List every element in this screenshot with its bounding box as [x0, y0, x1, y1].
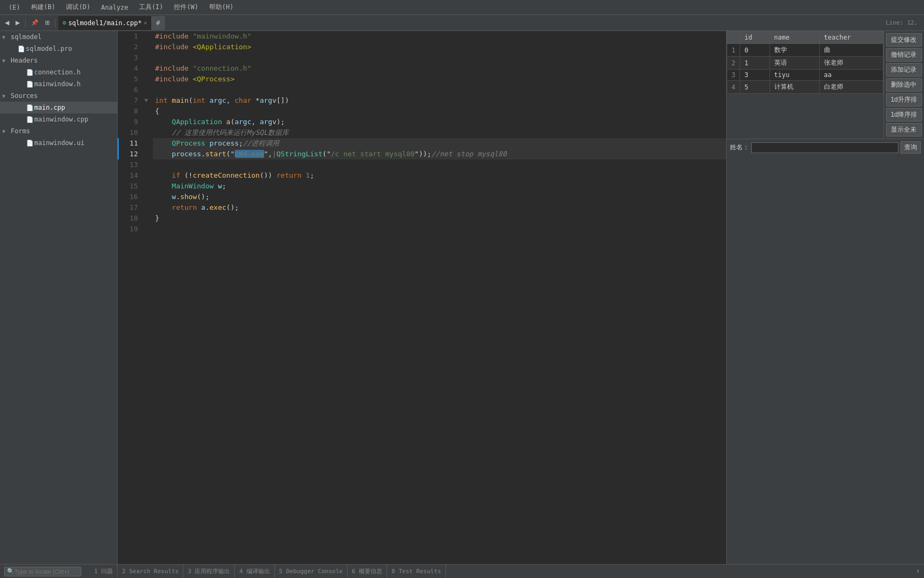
menu-analyze[interactable]: Analyze: [97, 3, 133, 12]
row1-teacher: 曲: [819, 44, 883, 57]
line-arrow-12: [144, 149, 153, 159]
status-tab-summary[interactable]: 6 概要信息: [348, 565, 387, 578]
line-content-2: #include <QApplication>: [153, 42, 726, 52]
row3-name: tiyu: [769, 70, 819, 81]
menu-tools[interactable]: 工具(I): [135, 2, 168, 13]
sidebar-item-mainwindow-cpp[interactable]: 📄 mainwindow.cpp: [0, 113, 117, 125]
search-submit-btn[interactable]: 查询: [900, 141, 921, 154]
toolbar-back[interactable]: ◀: [2, 18, 12, 27]
row3-id: 3: [740, 70, 769, 81]
forms-arrow-icon: ▼: [2, 128, 11, 134]
sidebar-item-sources[interactable]: ▼ Sources: [0, 90, 117, 102]
line-arrow-5: [144, 74, 153, 85]
main-cpp-label: main.cpp: [34, 104, 115, 111]
status-arrow-icon[interactable]: ⬆: [916, 568, 920, 575]
search-bar: 姓名： 查询: [727, 139, 924, 156]
tab-close-btn[interactable]: ✕: [144, 20, 147, 26]
code-content: 1 #include "mainwindow.h" 2 #include <QA…: [118, 31, 726, 234]
line-content-6: [153, 85, 726, 95]
line-arrow-15: [144, 181, 153, 192]
row4-id: 5: [740, 81, 769, 94]
line-num-18: 18: [118, 213, 144, 224]
btn-undo-record[interactable]: 撤销记录: [886, 48, 922, 62]
sidebar-item-project[interactable]: ▼ sqlmodel: [0, 31, 117, 43]
mainwindow-h-label: mainwindow.h: [34, 80, 115, 88]
line-content-5: #include <QProcess>: [153, 74, 726, 85]
code-line-3: 3: [118, 52, 726, 63]
line-arrow-17: [144, 202, 153, 213]
table-row: 1 0 数学 曲: [727, 44, 883, 57]
toolbar-split[interactable]: ⊞: [42, 18, 52, 27]
line-content-13: [153, 159, 726, 170]
sidebar-item-forms[interactable]: ▼ Forms: [0, 125, 117, 137]
sidebar-item-main-cpp[interactable]: 📄 main.cpp: [0, 102, 117, 113]
sidebar-item-headers[interactable]: ▼ Headers: [0, 55, 117, 66]
pro-file-icon: 📄: [17, 45, 26, 52]
headers-label: Headers: [11, 57, 115, 64]
menu-help[interactable]: 帮助(H): [205, 2, 238, 13]
line-arrow-16: [144, 192, 153, 202]
code-line-14: 14 if (!createConnection()) return 1;: [118, 170, 726, 181]
btn-sort-asc[interactable]: 1d升序排: [886, 93, 922, 107]
row3-teacher: aa: [819, 70, 883, 81]
status-tab-problems[interactable]: 1 问题: [90, 565, 118, 578]
row1-name: 数学: [769, 44, 819, 57]
line-num-10: 10: [118, 127, 144, 138]
code-line-17: 17 return a.exec();: [118, 202, 726, 213]
row3-num: 3: [727, 70, 740, 81]
toolbar-forward[interactable]: ▶: [13, 18, 22, 27]
code-editor[interactable]: 1 #include "mainwindow.h" 2 #include <QA…: [118, 31, 726, 564]
status-tab-search[interactable]: 2 Search Results: [118, 565, 183, 578]
line-num-15: 15: [118, 181, 144, 192]
line-content-4: #include "connection.h": [153, 63, 726, 74]
tab-hash[interactable]: #: [152, 16, 165, 30]
line-info: Line: 12,: [886, 19, 922, 26]
line-arrow-11: [144, 138, 153, 149]
menu-controls[interactable]: 控件(W): [170, 2, 203, 13]
menu-build[interactable]: 构建(B): [27, 2, 60, 13]
tab-bar: ⚙ sqlmodel1/main.cpp* ✕ #: [58, 16, 884, 30]
status-tab-tests[interactable]: 8 Test Results: [387, 565, 446, 578]
line-num-7: 7: [118, 95, 144, 106]
sidebar-item-mainwindow-h[interactable]: 📄 mainwindow.h: [0, 78, 117, 90]
btn-sort-desc[interactable]: 1d降序排: [886, 108, 922, 121]
btn-show-all[interactable]: 显示全未: [886, 123, 922, 136]
menu-debug[interactable]: 调试(D): [61, 2, 95, 13]
line-arrow-3: [144, 52, 153, 63]
sidebar-item-pro[interactable]: 📄 sqlmodel.pro: [0, 43, 117, 55]
btn-delete-selected[interactable]: 删除选中: [886, 78, 922, 92]
tab-main-cpp-label: sqlmodel1/main.cpp*: [68, 19, 142, 27]
toolbar-pin[interactable]: 📌: [28, 18, 41, 27]
status-tab-debugger[interactable]: 5 Debugger Console: [275, 565, 348, 578]
line-num-1: 1: [118, 31, 144, 42]
project-label: sqlmodel: [11, 33, 115, 41]
row2-teacher: 张老师: [819, 57, 883, 70]
line-arrow-6: [144, 85, 153, 95]
status-search-box[interactable]: 🔍: [4, 567, 81, 576]
line-arrow-9: [144, 117, 153, 127]
search-label: 姓名：: [730, 143, 749, 152]
source-file-icon-2: 📄: [26, 116, 34, 123]
line-arrow-7: ▼: [144, 95, 153, 106]
pro-label: sqlmodel.pro: [26, 45, 115, 52]
code-line-19: 19: [118, 224, 726, 234]
status-search-input[interactable]: [14, 568, 79, 575]
status-tab-app-output[interactable]: 3 应用程序输出: [183, 565, 235, 578]
menu-edit[interactable]: (E): [4, 3, 25, 12]
line-arrow-1: [144, 31, 153, 42]
status-tab-compile[interactable]: 4 编译输出: [235, 565, 274, 578]
line-num-6: 6: [118, 85, 144, 95]
sidebar-item-mainwindow-ui[interactable]: 📄 mainwindow.ui: [0, 137, 117, 149]
tab-main-cpp[interactable]: ⚙ sqlmodel1/main.cpp* ✕: [58, 16, 152, 30]
btn-add-record[interactable]: 添加记录: [886, 63, 922, 77]
btn-submit-edit[interactable]: 提交修改: [886, 33, 922, 47]
search-input[interactable]: [751, 142, 898, 153]
row2-id: 1: [740, 57, 769, 70]
row2-name: 英语: [769, 57, 819, 70]
line-num-16: 16: [118, 192, 144, 202]
table-row: 2 1 英语 张老师: [727, 57, 883, 70]
sidebar-item-connection-h[interactable]: 📄 connection.h: [0, 66, 117, 78]
line-num-17: 17: [118, 202, 144, 213]
line-num-11: 11: [118, 138, 144, 149]
code-line-13: 13: [118, 159, 726, 170]
